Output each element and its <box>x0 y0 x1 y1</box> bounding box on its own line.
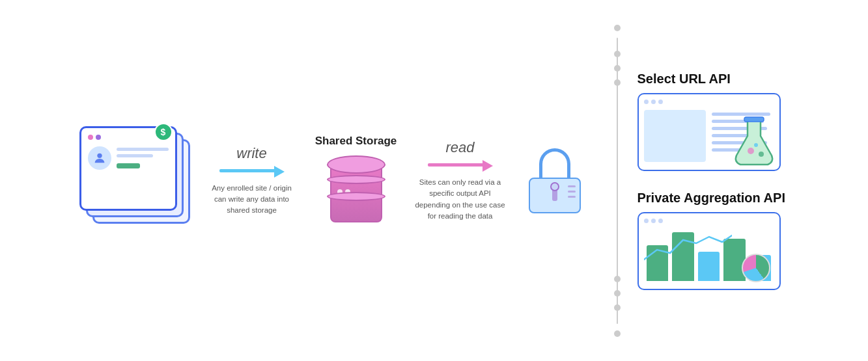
card-line-1 <box>117 148 169 151</box>
url-dot-2 <box>651 100 656 104</box>
card-lines <box>117 148 169 168</box>
coin-badge: $ <box>154 123 173 141</box>
url-content-area <box>644 110 706 162</box>
storage-section: Shared Storage <box>304 135 408 227</box>
enrolled-site-section: $ <box>70 126 200 235</box>
read-description: Sites can only read via a specific outpu… <box>412 177 509 222</box>
lock-line-3 <box>568 196 576 198</box>
avatar <box>88 146 111 170</box>
agg-dot-3 <box>658 219 663 223</box>
divider-dot <box>614 290 621 297</box>
write-label: write <box>236 145 266 162</box>
db-top <box>327 155 385 174</box>
lock-keyhole-circle <box>550 182 559 191</box>
db-dot-4 <box>345 232 350 237</box>
lock-icon <box>529 148 581 213</box>
divider-dot <box>614 51 621 57</box>
divider-dot <box>614 65 621 72</box>
svg-point-3 <box>759 152 764 157</box>
line-chart <box>644 230 732 266</box>
card-line-2 <box>117 154 153 157</box>
select-url-api-card: Select URL API <box>637 72 799 171</box>
agg-dot-2 <box>651 219 656 223</box>
url-dots <box>644 100 663 104</box>
divider-dot <box>614 276 621 282</box>
dot-purple <box>96 135 101 140</box>
db-mid1 <box>327 175 385 184</box>
person-icon <box>92 151 107 165</box>
lock-keyhole-rect <box>552 191 557 201</box>
pie-chart <box>742 254 770 282</box>
write-arrow-section: write Any enrolled site / origin can wri… <box>200 145 304 217</box>
read-label: read <box>445 139 474 156</box>
flask-icon <box>731 115 777 167</box>
divider-dots-top <box>614 51 621 86</box>
card-avatar-row <box>88 146 169 170</box>
divider-dot <box>614 79 621 86</box>
write-description: Any enrolled site / origin can write any… <box>206 183 298 217</box>
dot-pink <box>88 135 93 140</box>
svg-point-2 <box>748 148 754 154</box>
url-dot-1 <box>644 100 649 104</box>
private-aggregation-api-title: Private Aggregation API <box>637 191 799 206</box>
write-arrow <box>219 165 285 178</box>
right-panel: Select URL API <box>637 65 799 297</box>
read-arrow <box>428 159 493 172</box>
diagram-container: $ write Any enrolled site / origin can w… <box>44 18 825 343</box>
url-dot-3 <box>658 100 663 104</box>
select-url-api-title: Select URL API <box>637 72 799 87</box>
lock-lines <box>568 185 576 198</box>
divider-dot <box>614 304 621 311</box>
select-url-illustration <box>637 93 781 171</box>
private-aggregation-api-card: Private Aggregation API <box>637 191 799 290</box>
lock-body <box>529 178 581 213</box>
card-button <box>117 163 140 168</box>
lock-keyhole <box>548 182 562 203</box>
divider-dots-bottom <box>614 276 621 311</box>
card-front: $ <box>79 126 177 211</box>
cards-stack: $ <box>79 126 190 230</box>
aggregation-illustration <box>637 212 781 290</box>
svg-rect-1 <box>744 117 764 122</box>
vertical-divider <box>617 38 618 324</box>
read-arrow-section: read Sites can only read via a specific … <box>408 139 512 222</box>
lock-line-1 <box>568 185 576 187</box>
svg-point-4 <box>754 143 758 147</box>
lock-shackle <box>539 148 570 178</box>
svg-point-0 <box>97 153 102 157</box>
lock-section <box>512 148 597 213</box>
agg-dot-1 <box>644 219 649 223</box>
database-icon <box>327 155 385 227</box>
db-mid2 <box>327 192 385 201</box>
storage-title: Shared Storage <box>315 135 397 148</box>
agg-dots <box>644 219 663 223</box>
db-dot-3 <box>337 232 343 237</box>
lock-line-2 <box>568 191 576 193</box>
